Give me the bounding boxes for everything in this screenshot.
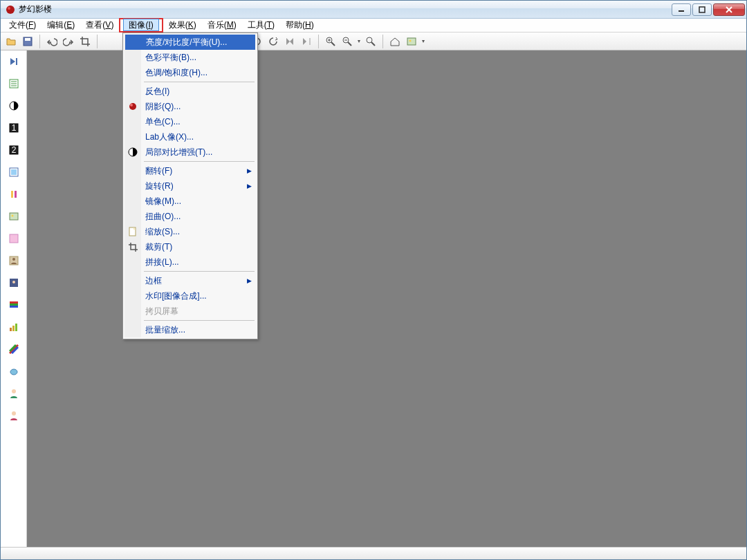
side-person-icon[interactable] [7,254,21,268]
side-water-icon[interactable] [7,364,21,378]
flip-h-icon[interactable] [282,34,297,49]
toolbar-separator [39,35,40,48]
svg-rect-41 [10,304,18,306]
side-person-red-icon[interactable] [7,409,21,422]
redo-icon[interactable] [61,34,76,49]
menu-lab-portrait[interactable]: Lab人像(X)... [124,129,256,144]
menu-brightness-contrast[interactable]: 亮度/对比度/平衡(U)... [125,35,255,50]
menu-image[interactable]: 图像(I) [123,19,158,31]
zoom-in-icon[interactable] [323,34,338,49]
zoom-dropdown-icon[interactable]: ▾ [356,38,362,44]
svg-point-48 [12,411,16,416]
submenu-arrow-icon: ▶ [247,183,252,189]
zoom-out-icon[interactable] [340,34,355,49]
menu-bar: 文件(F) 编辑(E) 查看(V) 图像(I) 效果(K) 音乐(M) 工具(T… [1,19,746,32]
svg-point-37 [12,258,15,261]
zoom-fit-icon[interactable] [363,34,378,49]
status-bar [1,547,746,559]
svg-point-46 [10,369,17,375]
dropdown-separator [144,161,255,162]
menu-monochrome[interactable]: 单色(C)... [124,114,256,129]
svg-point-34 [11,215,13,217]
toolbar-separator [382,35,383,48]
menu-effect[interactable]: 效果(K) [163,18,202,32]
menu-border[interactable]: 边框▶ [124,273,256,288]
menu-stitch[interactable]: 拼接(L)... [124,254,256,270]
svg-text:2: 2 [11,145,16,155]
menu-distort[interactable]: 扭曲(O)... [124,209,256,224]
side-color-frame-icon[interactable] [7,165,21,179]
svg-rect-42 [10,306,18,308]
svg-rect-32 [15,191,17,198]
crop-icon [127,241,138,252]
close-button[interactable] [713,3,745,16]
menu-help[interactable]: 帮助(H) [280,18,320,32]
toolbar-separator [318,35,319,48]
svg-rect-45 [15,324,17,331]
side-person-green-icon[interactable] [7,386,21,400]
svg-rect-35 [10,234,18,243]
menu-flip[interactable]: 翻转(F)▶ [124,163,256,178]
menu-watermark[interactable]: 水印[图像合成]... [124,288,256,304]
menu-view[interactable]: 查看(V) [80,18,119,32]
toolbar: ▾ ▾ [1,32,746,50]
menu-file[interactable]: 文件(F) [3,18,42,32]
side-num2-icon[interactable]: 2 [7,143,21,157]
menu-shadow[interactable]: 阴影(Q)... [124,99,256,114]
side-list-icon[interactable] [7,77,21,91]
svg-point-18 [409,39,412,41]
svg-point-39 [12,281,15,283]
menu-color-balance[interactable]: 色彩平衡(B)... [124,50,256,65]
side-rainbow-d-icon[interactable] [7,342,21,356]
svg-text:1: 1 [11,123,16,133]
side-pink-box-icon[interactable] [7,232,21,245]
side-rainbow-h-icon[interactable] [7,298,21,312]
side-bracket-color-icon[interactable] [7,187,21,201]
rotate-cw-icon[interactable] [266,34,281,49]
svg-point-0 [6,6,15,14]
undo-icon[interactable] [44,34,59,49]
menu-rotate[interactable]: 旋转(R)▶ [124,178,256,194]
menu-tools[interactable]: 工具(T) [242,18,280,32]
svg-rect-3 [699,7,705,12]
svg-rect-19 [16,58,17,65]
menu-local-contrast[interactable]: 局部对比增强(T)... [124,144,256,160]
svg-rect-33 [10,213,18,220]
menu-image-highlight: 图像(I) [119,18,163,32]
menu-crop[interactable]: 裁剪(T) [124,239,256,254]
toolbar-separator [97,35,98,48]
save-icon[interactable] [20,34,35,49]
dropdown-separator [144,82,255,82]
open-icon[interactable] [3,34,19,49]
image-menu-dropdown: 亮度/对比度/平衡(U)... 色彩平衡(B)... 色调/饱和度(H)... … [122,32,258,339]
menu-music[interactable]: 音乐(M) [202,18,242,32]
side-play-end-icon[interactable] [7,55,21,68]
submenu-arrow-icon: ▶ [247,167,252,174]
picture-icon[interactable] [404,34,419,49]
picture-dropdown-icon[interactable]: ▾ [421,38,426,44]
svg-rect-7 [25,38,30,41]
side-levels-icon[interactable] [7,320,21,334]
maximize-button[interactable] [692,3,712,16]
side-pic-icon[interactable] [7,209,21,223]
menu-mirror[interactable]: 镜像(M)... [124,194,256,209]
svg-point-49 [129,103,136,110]
side-num1-icon[interactable]: 1 [7,121,21,135]
svg-point-50 [130,104,133,106]
page-icon [127,226,138,237]
side-portrait-icon[interactable] [7,276,21,290]
red-sphere-icon [127,101,138,112]
crop-icon[interactable] [77,34,93,49]
side-half-circle-icon[interactable] [7,99,21,113]
menu-scale[interactable]: 缩放(S)... [124,224,256,239]
menu-batch-scale[interactable]: 批量缩放... [124,322,256,337]
flip-v-icon[interactable] [299,34,314,49]
menu-hue-saturation[interactable]: 色调/饱和度(H)... [124,65,256,80]
svg-rect-44 [12,326,15,331]
minimize-button[interactable] [672,3,691,16]
menu-invert[interactable]: 反色(I) [124,84,256,99]
svg-point-15 [367,37,372,43]
menu-edit[interactable]: 编辑(E) [42,18,80,32]
home-icon[interactable] [387,34,403,49]
dropdown-separator [144,271,255,272]
